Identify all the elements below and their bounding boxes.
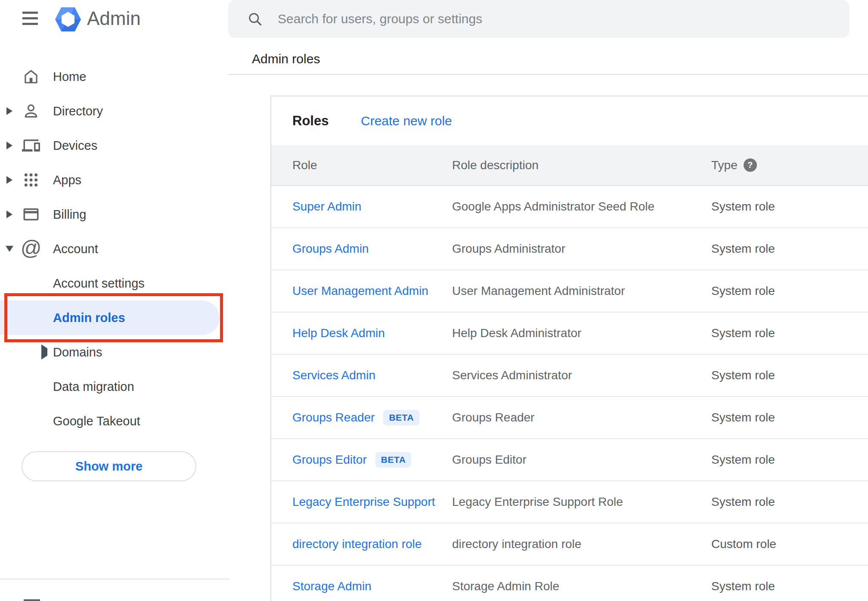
column-header-role: Role [292, 158, 317, 172]
table-row: Help Desk AdminHelp Desk AdministratorSy… [271, 313, 868, 355]
sidebar-subitem-google-takeout[interactable]: Google Takeout [0, 404, 229, 438]
sidebar-item-label: Billing [53, 208, 86, 222]
role-link[interactable]: directory integration role [292, 537, 422, 551]
credit-card-icon [19, 205, 43, 223]
role-description-cell: Help Desk Administrator [452, 326, 581, 340]
column-header-type: Type ? [711, 158, 757, 172]
devices-icon [19, 136, 43, 155]
role-link[interactable]: Help Desk Admin [292, 326, 385, 340]
roles-panel-header: Roles Create new role [271, 96, 868, 145]
role-type-cell: System role [711, 411, 775, 424]
role-type-cell: System role [711, 495, 775, 509]
sidebar-subitem-label: Google Takeout [53, 414, 140, 428]
chevron-right-icon[interactable] [41, 348, 47, 356]
roles-panel: Roles Create new role Role Role descript… [270, 96, 868, 601]
sidebar-item-devices[interactable]: Devices [0, 128, 229, 163]
role-link[interactable]: Legacy Enterprise Support [292, 495, 435, 509]
sidebar-item-label: Home [53, 70, 86, 84]
search-placeholder: Search for users, groups or settings [278, 12, 482, 26]
role-type-cell: System role [711, 200, 775, 214]
admin-logo-icon [55, 6, 81, 33]
google-admin-console: Admin HomeDirectoryDevicesAppsBilling@Ac… [0, 0, 868, 601]
beta-badge: BETA [375, 452, 412, 468]
role-description-cell: Groups Reader [452, 411, 534, 424]
role-cell: Legacy Enterprise Support [292, 495, 435, 509]
sidebar-subitem-label: Data migration [53, 380, 134, 394]
role-cell: Groups EditorBETA [292, 452, 411, 468]
role-type-cell: System role [711, 579, 775, 593]
person-icon [19, 102, 43, 120]
role-cell: Storage Admin [292, 579, 372, 593]
role-link[interactable]: Super Admin [292, 200, 361, 214]
sidebar-item-label: Devices [53, 139, 97, 153]
table-header-row: Role Role description Type ? [271, 145, 868, 186]
sidebar-item-billing[interactable]: Billing [0, 197, 229, 232]
sidebar-item-home[interactable]: Home [0, 59, 229, 94]
show-more-button[interactable]: Show more [22, 451, 196, 481]
search-bar[interactable]: Search for users, groups or settings [228, 0, 849, 38]
sidebar-nav: HomeDirectoryDevicesAppsBilling@AccountA… [0, 59, 229, 438]
role-type-cell: System role [711, 453, 775, 467]
role-description-cell: Storage Admin Role [452, 579, 559, 593]
partial-footer-icon [24, 599, 40, 601]
table-row: Groups EditorBETAGroups EditorSystem rol… [271, 439, 868, 481]
role-description-cell: directory integration role [452, 537, 581, 551]
at-sign-icon: @ [19, 239, 43, 259]
panel-title: Roles [292, 113, 329, 129]
table-row: Groups AdminGroups AdministratorSystem r… [271, 228, 868, 270]
sidebar-item-label: Apps [53, 173, 81, 187]
apps-grid-icon [19, 171, 43, 189]
role-description-cell: Groups Editor [452, 453, 527, 467]
sidebar-subitem-label: Account settings [53, 276, 145, 291]
chevron-right-icon[interactable] [0, 107, 19, 115]
breadcrumb: Admin roles [252, 52, 320, 66]
sidebar-item-label: Account [53, 242, 98, 256]
role-cell: Groups Admin [292, 242, 369, 256]
chevron-right-icon[interactable] [0, 176, 19, 184]
sidebar-item-label: Directory [53, 104, 103, 118]
content-divider [228, 74, 868, 75]
help-icon[interactable]: ? [744, 158, 757, 172]
sidebar-subitem-domains[interactable]: Domains [0, 335, 229, 369]
role-type-cell: System role [711, 369, 775, 382]
table-body: Super AdminGoogle Apps Administrator See… [271, 186, 868, 601]
sidebar-subitem-data-migration[interactable]: Data migration [0, 369, 229, 404]
role-cell: directory integration role [292, 537, 422, 551]
sidebar: Admin HomeDirectoryDevicesAppsBilling@Ac… [0, 0, 229, 601]
app-title: Admin [87, 8, 141, 29]
chevron-down-icon[interactable] [0, 246, 19, 252]
sidebar-item-directory[interactable]: Directory [0, 94, 229, 128]
table-row: Legacy Enterprise SupportLegacy Enterpri… [271, 481, 868, 524]
role-link[interactable]: Groups Editor [292, 453, 367, 467]
role-type-cell: System role [711, 326, 775, 340]
role-description-cell: Groups Administrator [452, 242, 565, 256]
table-row: Services AdminServices AdministratorSyst… [271, 355, 868, 397]
role-cell: Services Admin [292, 369, 375, 382]
hamburger-menu-button[interactable] [22, 12, 38, 25]
role-type-cell: System role [711, 284, 775, 298]
role-link[interactable]: Storage Admin [292, 579, 372, 593]
sidebar-item-account[interactable]: @Account [0, 232, 229, 266]
column-header-description: Role description [452, 158, 539, 172]
sidebar-header: Admin [0, 0, 229, 39]
table-row: User Management AdminUser Management Adm… [271, 270, 868, 313]
sidebar-subitem-account-settings[interactable]: Account settings [0, 266, 229, 300]
role-link[interactable]: Groups Admin [292, 242, 369, 256]
role-link[interactable]: Groups Reader [292, 411, 375, 424]
role-cell: Super Admin [292, 200, 361, 214]
role-type-cell: System role [711, 242, 775, 256]
sidebar-subitem-label: Admin roles [53, 311, 125, 325]
sidebar-footer-divider [0, 579, 229, 579]
role-cell: User Management Admin [292, 284, 428, 298]
chevron-right-icon[interactable] [0, 211, 19, 218]
sidebar-subitem-label: Domains [53, 345, 102, 359]
create-new-role-link[interactable]: Create new role [361, 114, 452, 128]
role-type-cell: Custom role [711, 537, 776, 551]
chevron-right-icon[interactable] [0, 142, 19, 149]
table-row: Super AdminGoogle Apps Administrator See… [271, 186, 868, 228]
sidebar-item-apps[interactable]: Apps [0, 163, 229, 197]
role-link[interactable]: User Management Admin [292, 284, 428, 298]
role-description-cell: User Management Administrator [452, 284, 625, 298]
role-link[interactable]: Services Admin [292, 369, 375, 382]
home-icon [19, 68, 43, 86]
